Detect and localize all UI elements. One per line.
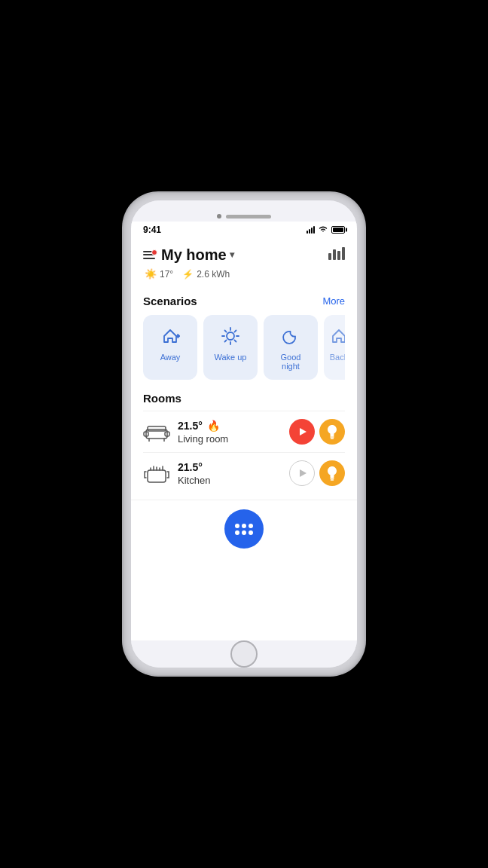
sun-icon: ☀️ [145, 268, 157, 280]
away-label: Away [160, 353, 181, 362]
fab-dots-icon [235, 524, 253, 535]
svg-point-4 [227, 332, 234, 340]
living-room-info: 21.5° 🔥 Living room [178, 420, 228, 445]
app-content: My home ▾ ☀️ [131, 237, 357, 640]
wakeup-label: Wake up [214, 353, 246, 362]
scenarios-more[interactable]: More [322, 295, 345, 307]
wifi-icon [318, 225, 328, 234]
svg-rect-2 [337, 251, 340, 260]
svg-line-11 [234, 331, 236, 332]
speaker [226, 215, 271, 219]
power-icon: ⚡ [182, 269, 194, 280]
home-title[interactable]: My home ▾ [161, 246, 234, 264]
energy-value: 2.6 kWh [197, 269, 230, 280]
living-room-name: Living room [178, 433, 228, 445]
bottom-area [131, 500, 357, 555]
goodnight-icon [279, 324, 303, 348]
phone-frame: 9:41 [124, 193, 364, 675]
flame-icon: 🔥 [207, 420, 220, 432]
living-room-temp-row: 21.5° 🔥 [178, 420, 228, 432]
kitchen-temp: 21.5° [178, 461, 203, 473]
svg-line-12 [225, 340, 227, 341]
home-title-text: My home [161, 246, 227, 264]
kitchen-light-button[interactable] [319, 460, 345, 486]
scenarios-header: Scenarios More [143, 295, 345, 307]
signal-icon [307, 226, 315, 234]
energy-info: ⚡ 2.6 kWh [182, 269, 230, 280]
play-icon [300, 469, 307, 477]
sofa-icon [143, 421, 170, 442]
svg-line-9 [225, 331, 227, 332]
svg-rect-1 [333, 249, 336, 260]
svg-line-10 [234, 340, 236, 341]
chart-button[interactable] [327, 244, 345, 265]
living-room-light-button[interactable] [319, 419, 345, 445]
chevron-down-icon: ▾ [230, 249, 234, 260]
phone-screen: 9:41 [131, 200, 357, 668]
living-room-play-button[interactable] [289, 419, 315, 445]
room-kitchen-left: 21.5° Kitchen [143, 461, 210, 486]
battery-icon [331, 226, 345, 234]
room-living-room[interactable]: 21.5° 🔥 Living room [143, 411, 345, 452]
goodnight-label: Good night [271, 353, 310, 371]
phone-bottom [131, 640, 357, 668]
room-living-room-left: 21.5° 🔥 Living room [143, 420, 228, 445]
room-kitchen[interactable]: 21.5° Kitchen [143, 452, 345, 494]
rooms-section: Rooms [131, 392, 357, 494]
scenarios-section: Scenarios More Away [131, 295, 357, 380]
scenarios-title: Scenarios [143, 295, 197, 307]
kitchen-play-button[interactable] [289, 460, 315, 486]
svg-rect-16 [148, 426, 166, 431]
header-top: My home ▾ [143, 244, 345, 265]
kitchen-name: Kitchen [178, 475, 210, 486]
home-button[interactable] [230, 640, 258, 668]
svg-rect-3 [342, 247, 345, 260]
rooms-title: Rooms [143, 392, 345, 405]
temperature: 17° [160, 269, 173, 280]
away-icon [158, 324, 182, 348]
header-sub: ☀️ 17° ⚡ 2.6 kWh [143, 268, 345, 280]
header-left: My home ▾ [143, 246, 234, 264]
menu-button[interactable] [143, 251, 155, 259]
kitchen-temp-row: 21.5° [178, 461, 210, 473]
status-time: 9:41 [143, 225, 161, 235]
back-label: Back [330, 353, 345, 362]
phone-notch [131, 200, 357, 222]
living-room-temp: 21.5° [178, 420, 203, 432]
svg-rect-21 [148, 470, 166, 482]
back-icon [327, 324, 345, 348]
scenarios-row: Away [143, 315, 345, 380]
scenario-away[interactable]: Away [143, 315, 197, 380]
scenario-wakeup[interactable]: Wake up [203, 315, 258, 380]
header: My home ▾ ☀️ [131, 237, 357, 286]
kitchen-info: 21.5° Kitchen [178, 461, 210, 486]
kitchen-controls [289, 460, 345, 486]
notification-dot [151, 249, 157, 255]
status-icons [307, 225, 345, 234]
play-icon [300, 428, 307, 436]
scenario-goodnight[interactable]: Good night [264, 315, 318, 380]
weather-info: ☀️ 17° [145, 268, 173, 280]
status-bar: 9:41 [131, 222, 357, 237]
fab-button[interactable] [224, 509, 264, 549]
living-room-controls [289, 419, 345, 445]
pot-icon [143, 463, 170, 484]
scenario-back[interactable]: Back [324, 315, 345, 380]
svg-rect-0 [328, 253, 331, 260]
wakeup-icon [218, 324, 242, 348]
